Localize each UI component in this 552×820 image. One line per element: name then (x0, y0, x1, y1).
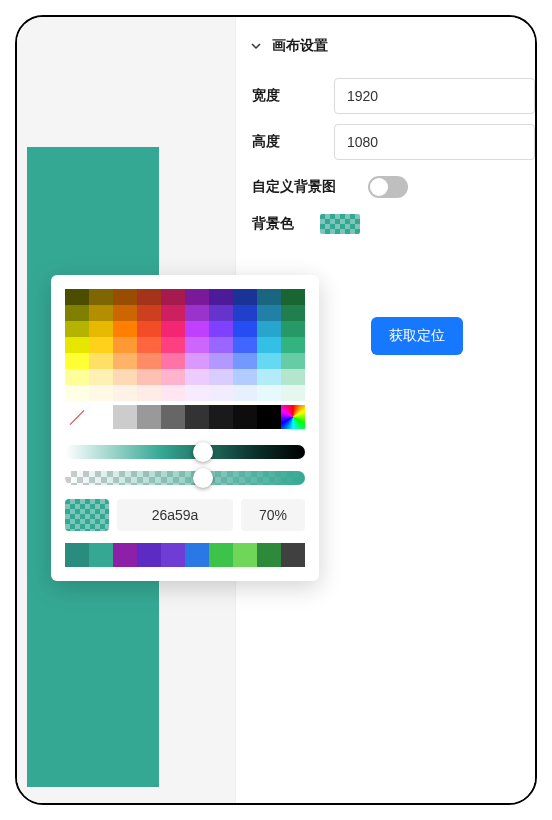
palette-cell[interactable] (89, 289, 113, 305)
palette-cell[interactable] (209, 369, 233, 385)
palette-cell[interactable] (137, 337, 161, 353)
palette-cell[interactable] (257, 321, 281, 337)
palette-cell[interactable] (113, 289, 137, 305)
palette-cell[interactable] (209, 289, 233, 305)
palette-cell[interactable] (161, 289, 185, 305)
recent-color-cell[interactable] (161, 543, 185, 567)
palette-cell[interactable] (113, 405, 137, 429)
palette-cell[interactable] (233, 305, 257, 321)
recent-color-cell[interactable] (137, 543, 161, 567)
section-header[interactable]: 画布设置 (236, 17, 535, 73)
palette-cell[interactable] (65, 305, 89, 321)
palette-cell[interactable] (137, 385, 161, 401)
palette-cell[interactable] (281, 305, 305, 321)
palette-cell[interactable] (209, 385, 233, 401)
palette-cell[interactable] (257, 305, 281, 321)
palette-cell[interactable] (281, 369, 305, 385)
palette-cell[interactable] (257, 369, 281, 385)
palette-cell[interactable] (233, 289, 257, 305)
color-palette-grid[interactable] (65, 289, 305, 401)
palette-cell[interactable] (209, 337, 233, 353)
palette-cell[interactable] (137, 321, 161, 337)
palette-cell[interactable] (89, 369, 113, 385)
recent-color-cell[interactable] (257, 543, 281, 567)
alpha-input[interactable]: 70% (241, 499, 305, 531)
palette-cell[interactable] (161, 369, 185, 385)
recent-colors[interactable] (65, 543, 305, 567)
palette-cell[interactable] (161, 305, 185, 321)
palette-cell[interactable] (233, 337, 257, 353)
recent-color-cell[interactable] (65, 543, 89, 567)
recent-color-cell[interactable] (281, 543, 305, 567)
palette-cell[interactable] (137, 369, 161, 385)
palette-cell[interactable] (65, 321, 89, 337)
palette-cell[interactable] (281, 385, 305, 401)
palette-cell[interactable] (161, 353, 185, 369)
palette-cell[interactable] (65, 289, 89, 305)
height-input[interactable] (334, 124, 535, 160)
palette-cell[interactable] (185, 385, 209, 401)
palette-cell[interactable] (113, 353, 137, 369)
palette-cell[interactable] (113, 321, 137, 337)
palette-cell[interactable] (137, 353, 161, 369)
palette-cell[interactable] (257, 289, 281, 305)
alpha-slider[interactable] (65, 471, 305, 485)
palette-cell[interactable] (185, 289, 209, 305)
get-position-button[interactable]: 获取定位 (371, 317, 463, 355)
palette-cell[interactable] (209, 305, 233, 321)
recent-color-cell[interactable] (185, 543, 209, 567)
alpha-thumb[interactable] (193, 468, 213, 488)
palette-cell[interactable] (113, 369, 137, 385)
palette-cell[interactable] (281, 337, 305, 353)
palette-cell[interactable] (89, 305, 113, 321)
palette-cell[interactable] (209, 353, 233, 369)
palette-cell[interactable] (65, 337, 89, 353)
palette-cell[interactable] (233, 385, 257, 401)
palette-cell[interactable] (161, 405, 185, 429)
palette-cell[interactable] (161, 321, 185, 337)
palette-cell[interactable] (161, 337, 185, 353)
palette-cell[interactable] (65, 353, 89, 369)
no-color-cell[interactable] (65, 405, 89, 429)
palette-cell[interactable] (281, 289, 305, 305)
palette-cell[interactable] (113, 337, 137, 353)
custom-color-cell[interactable] (281, 405, 305, 429)
palette-cell[interactable] (65, 369, 89, 385)
current-color-swatch[interactable] (65, 499, 109, 531)
palette-cell[interactable] (89, 353, 113, 369)
palette-cell[interactable] (89, 405, 113, 429)
palette-cell[interactable] (257, 353, 281, 369)
palette-cell[interactable] (209, 321, 233, 337)
palette-cell[interactable] (281, 353, 305, 369)
palette-cell[interactable] (185, 369, 209, 385)
palette-cell[interactable] (89, 321, 113, 337)
color-palette-grayscale[interactable] (65, 405, 305, 429)
lightness-thumb[interactable] (193, 442, 213, 462)
palette-cell[interactable] (185, 305, 209, 321)
lightness-slider[interactable] (65, 445, 305, 459)
palette-cell[interactable] (161, 385, 185, 401)
palette-cell[interactable] (209, 405, 233, 429)
palette-cell[interactable] (257, 385, 281, 401)
palette-cell[interactable] (257, 337, 281, 353)
palette-cell[interactable] (185, 337, 209, 353)
palette-cell[interactable] (233, 321, 257, 337)
hex-input[interactable]: 26a59a (117, 499, 233, 531)
custom-bg-toggle[interactable] (368, 176, 408, 198)
palette-cell[interactable] (113, 305, 137, 321)
recent-color-cell[interactable] (233, 543, 257, 567)
palette-cell[interactable] (233, 369, 257, 385)
width-input[interactable] (334, 78, 535, 114)
palette-cell[interactable] (137, 305, 161, 321)
palette-cell[interactable] (89, 337, 113, 353)
recent-color-cell[interactable] (113, 543, 137, 567)
recent-color-cell[interactable] (89, 543, 113, 567)
palette-cell[interactable] (185, 353, 209, 369)
palette-cell[interactable] (89, 385, 113, 401)
palette-cell[interactable] (185, 405, 209, 429)
palette-cell[interactable] (65, 385, 89, 401)
palette-cell[interactable] (233, 353, 257, 369)
bg-color-swatch[interactable] (320, 214, 360, 234)
palette-cell[interactable] (233, 405, 257, 429)
palette-cell[interactable] (185, 321, 209, 337)
